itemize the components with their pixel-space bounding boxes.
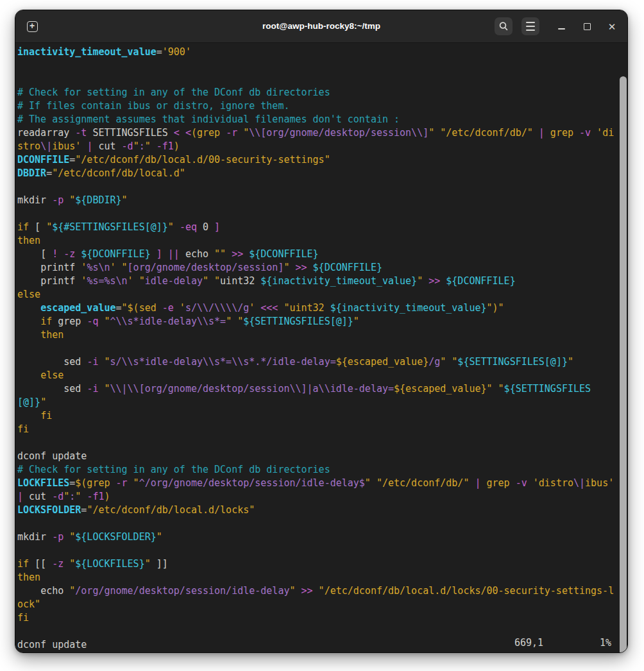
code-line: echo "/org/gnome/desktop/session/idle-de… [17,585,614,610]
code-line: DBDIR="/etc/dconf/db/local.d" [17,167,185,179]
minimize-icon [558,28,565,30]
vim-statusline: 669,1 1% [15,636,627,650]
minimize-button[interactable] [554,19,569,34]
code-line: inactivity_timeout_value='900' [17,46,191,58]
code-line: mkdir -p "${DBDIR}" [17,194,128,206]
cursor-position: 669,1 [514,636,543,650]
code-line: then [17,572,40,583]
maximize-button[interactable] [579,19,595,34]
code-line: printf '%s=%s\n' "idle-delay" "uint32 ${… [17,275,516,287]
terminal-window: + root@awp-hub-rocky8:~/tmp ✕ [15,10,627,652]
code-line: if [[ -z "${LOCKFILES}" ]] [17,558,168,570]
code-line: LOCKFILES=$(grep -r "^/org/gnome/desktop… [17,477,620,502]
search-button[interactable] [495,17,513,35]
code-line: then [17,235,40,246]
terminal-screen[interactable]: inactivity_timeout_value='900' # Check f… [15,43,627,652]
code-line: LOCKSFOLDER="/etc/dconf/db/local.d/locks… [17,504,255,516]
scroll-percent: 1% [600,636,611,650]
code-line: dconf update [17,450,87,462]
code-line: else [17,369,64,381]
code-line: [ ! -z ${DCONFFILE} ] || echo "" >> ${DC… [17,248,319,260]
code-line: else [17,289,40,300]
close-icon: ✕ [608,22,616,31]
code-line: DCONFFILE="/etc/dconf/db/local.d/00-secu… [17,154,330,166]
maximize-icon [584,23,591,30]
code-line: printf '%s\n' "[org/gnome/desktop/sessio… [17,262,382,273]
code-line: mkdir -p "${LOCKSFOLDER}" [17,531,162,543]
search-icon [498,21,509,31]
code-line: fi [17,423,29,435]
scrollbar[interactable] [620,76,627,652]
code-line: # The assignment assumes that individual… [17,114,400,125]
code-line: if [ "${#SETTINGSFILES[@]}" -eq 0 ] [17,221,220,233]
code-line: escaped_value="$(sed -e 's/\\/\\\\/g' <<… [17,302,504,314]
titlebar[interactable]: + root@awp-hub-rocky8:~/tmp ✕ [15,10,627,43]
code-line: fi [17,410,52,421]
code-line: if grep -q "^\\s*idle-delay\\s*=" "${SET… [17,316,359,327]
code-line: # Check for setting in any of the DConf … [17,464,330,475]
code-line: # If files contain ibus or distro, ignor… [17,100,289,112]
code-line: then [17,329,64,341]
code-line: fi [17,612,29,624]
close-button[interactable]: ✕ [604,19,620,34]
menu-button[interactable] [521,17,539,35]
code-line: sed -i "s/\\s*idle-delay\\s*=\\s*.*/idle… [17,356,573,368]
terminal-output: inactivity_timeout_value='900' # Check f… [15,43,620,652]
code-line: # Check for setting in any of the DConf … [17,87,330,98]
hamburger-menu-icon [526,22,535,30]
code-line: sed -i "\\|\\[org/gnome/desktop/session\… [17,383,591,408]
code-line: readarray -t SETTINGSFILES < <(grep -r "… [17,127,614,152]
